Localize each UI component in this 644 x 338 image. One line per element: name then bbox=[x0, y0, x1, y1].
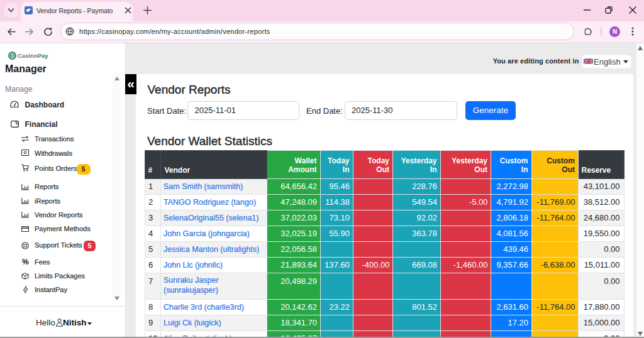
svg-text:$: $ bbox=[11, 53, 14, 58]
